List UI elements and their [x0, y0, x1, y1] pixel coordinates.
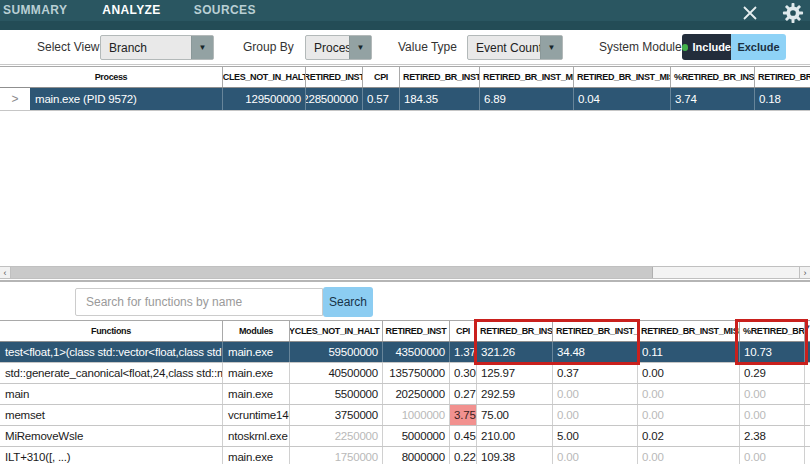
include-toggle-button[interactable]: Include: [682, 34, 731, 60]
module-name: vcruntime140.dll: [223, 405, 290, 425]
br-in-value: 0.18: [755, 88, 810, 110]
value-type-label: Value Type: [398, 30, 457, 64]
col-header-pct-retired-br-inst-misp[interactable]: %RETIRED_BR_INST_MIS: [671, 67, 755, 87]
col-header-retired-br-inst-pti[interactable]: RETIRED_BR_INST (PTI: [400, 67, 480, 87]
exclude-label: Exclude: [737, 41, 779, 53]
chevron-down-icon[interactable]: ▼: [349, 36, 371, 59]
retired-inst-value: 228500000: [306, 88, 363, 110]
select-view-label: Select View: [37, 30, 99, 64]
function-row-generate-canonical[interactable]: std::generate_canonical<float,24,class s…: [0, 363, 810, 384]
module-name: main.exe: [223, 384, 290, 404]
module-name: ntoskrnl.exe: [223, 426, 290, 446]
group-by-dropdown[interactable]: Process ▼: [305, 35, 372, 60]
search-button[interactable]: Search: [323, 287, 373, 317]
filter-bar: Select View Branch ▼ Group By Process ▼ …: [0, 30, 810, 65]
functions-table: Functions Modules CYCLES_NOT_IN_HALT▼ RE…: [0, 320, 810, 464]
col-header-retired-br-inst-misp[interactable]: RETIRED_BR_INST_MISP (PT: [553, 321, 638, 341]
module-name: main.exe: [223, 363, 290, 383]
function-row-test-float[interactable]: test<float,1>(class std::vector<float,cl…: [0, 342, 810, 363]
group-by-value: Process: [306, 41, 349, 55]
cpi-alert-cell: 3.75: [450, 405, 477, 425]
top-nav: SUMMARY ANALYZE SOURCES: [0, 0, 810, 30]
process-name: main.exe (PID 9572): [30, 88, 223, 110]
cpi-value: 0.57: [363, 88, 400, 110]
chevron-down-icon[interactable]: ▼: [540, 36, 562, 59]
gear-icon[interactable]: [782, 2, 804, 24]
include-label: Include: [692, 41, 731, 53]
function-name: main: [0, 384, 223, 404]
function-row-main[interactable]: main main.exe 5500000 20250000 0.27 292.…: [0, 384, 810, 405]
chevron-down-icon[interactable]: ▼: [191, 36, 213, 59]
profiler-window: SUMMARY ANALYZE SOURCES: [0, 0, 810, 464]
col-header-retired-br-inst-misp-ratio[interactable]: RETIRED_BR_INST_MISP_RAT: [638, 321, 740, 341]
group-by-label: Group By: [243, 30, 294, 64]
function-row-memset[interactable]: memset vcruntime140.dll 3750000 1000000 …: [0, 405, 810, 426]
col-header-retired-inst[interactable]: RETIRED_INST: [383, 321, 450, 341]
col-header-retired-inst[interactable]: RETIRED_INST: [306, 67, 363, 87]
process-table-header: Process CYCLES_NOT_IN_HALT▼ RETIRED_INST…: [0, 66, 810, 88]
process-row-main-exe[interactable]: > main.exe (PID 9572) 129500000 22850000…: [0, 88, 810, 111]
select-view-value: Branch: [101, 41, 191, 55]
function-name: MiRemoveWsle: [0, 426, 223, 446]
function-name: test<float,1>(class std::vector<float,cl…: [0, 342, 223, 362]
tab-analyze[interactable]: ANALYZE: [102, 0, 160, 21]
function-name: std::generate_canonical<float,24,class s…: [0, 363, 223, 383]
col-header-retired-br-inst-pti[interactable]: RETIRED_BR_INST (PTI: [477, 321, 553, 341]
system-modules-label: System Modules: [599, 30, 688, 64]
function-row-miremovewsle[interactable]: MiRemoveWsle ntoskrnl.exe 2250000 500000…: [0, 426, 810, 447]
col-header-retired-br-inst-misp-ratio[interactable]: RETIRED_BR_INST_MISP_RATI: [574, 67, 671, 87]
sort-desc-icon: ▼: [805, 324, 810, 330]
value-type-value: Event Count: [468, 41, 540, 55]
select-view-dropdown[interactable]: Branch ▼: [100, 35, 214, 60]
tab-sources[interactable]: SOURCES: [194, 0, 256, 21]
function-search-bar: Search: [0, 282, 810, 320]
function-name: ILT+310([, ...): [0, 447, 223, 464]
scroll-left-icon[interactable]: ‹: [0, 267, 11, 278]
col-header-cycles-not-in-halt[interactable]: CYCLES_NOT_IN_HALT▼: [290, 321, 383, 341]
col-header-retired-br-inst-misp[interactable]: RETIRED_BR_INST_MISP (PT: [480, 67, 574, 87]
br-inst-misp-ratio-value: 0.04: [574, 88, 671, 110]
module-name: main.exe: [223, 447, 290, 464]
tab-summary[interactable]: SUMMARY: [3, 0, 67, 21]
function-name: memset: [0, 405, 223, 425]
col-header-functions[interactable]: Functions: [0, 321, 223, 341]
clipped-next-column: ▼: [805, 321, 810, 341]
exclude-toggle-button[interactable]: Exclude: [731, 34, 786, 60]
col-header-cycles-not-in-halt[interactable]: CYCLES_NOT_IN_HALT▼: [223, 67, 306, 87]
module-name: main.exe: [223, 342, 290, 362]
col-header-pct-retired-br-in[interactable]: %RETIRED_BR_IN: [740, 321, 805, 341]
pct-br-inst-misp-value: 3.74: [671, 88, 755, 110]
functions-table-header: Functions Modules CYCLES_NOT_IN_HALT▼ RE…: [0, 320, 810, 342]
value-type-dropdown[interactable]: Event Count ▼: [467, 35, 563, 60]
col-header-cpi[interactable]: CPI: [363, 67, 400, 87]
close-icon[interactable]: [740, 3, 760, 23]
col-header-modules[interactable]: Modules: [223, 321, 290, 341]
col-header-process[interactable]: Process: [0, 67, 223, 87]
function-row-ilt[interactable]: ILT+310([, ...) main.exe 1750000 8000000…: [0, 447, 810, 464]
scroll-right-icon[interactable]: ›: [799, 267, 810, 278]
br-inst-pti-value: 184.35: [400, 88, 480, 110]
cycles-value: 129500000: [223, 88, 306, 110]
scrollbar-track[interactable]: [653, 267, 799, 278]
row-expander-icon[interactable]: >: [0, 88, 30, 110]
search-input[interactable]: [75, 288, 323, 316]
br-inst-misp-value: 6.89: [480, 88, 574, 110]
col-header-retired-br-in[interactable]: RETIRED_BR_IN: [755, 67, 810, 87]
col-header-cpi[interactable]: CPI: [450, 321, 477, 341]
system-modules-toggle: Include Exclude: [682, 34, 786, 60]
process-table: Process CYCLES_NOT_IN_HALT▼ RETIRED_INST…: [0, 66, 810, 111]
green-dot-icon: [682, 44, 688, 51]
scrollbar-thumb[interactable]: [11, 267, 653, 278]
horizontal-scrollbar: ‹ ›: [0, 266, 810, 279]
